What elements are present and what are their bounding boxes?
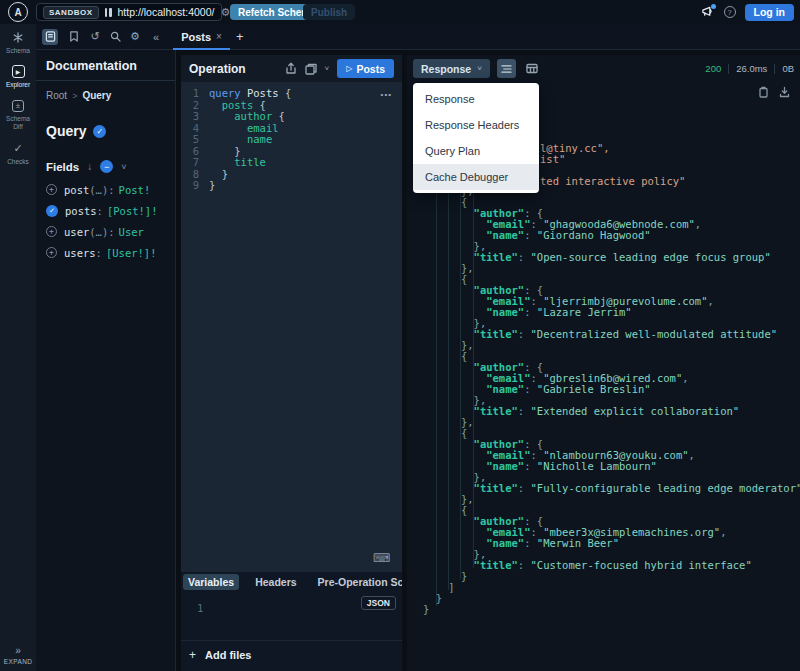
sandbox-badge: SANDBOX bbox=[43, 6, 99, 19]
chevron-down-icon: ˅ bbox=[477, 64, 482, 73]
response-view-selector[interactable]: Response ˅ bbox=[413, 59, 490, 78]
tab-variables[interactable]: Variables bbox=[183, 574, 239, 590]
type-heading: Query bbox=[46, 123, 86, 139]
response-size: 0B bbox=[782, 63, 794, 74]
field-row-users[interactable]: + users:[User!]! bbox=[36, 242, 175, 263]
line-options-kebab-icon[interactable]: ••• bbox=[381, 90, 392, 99]
sidebar-item-schema[interactable]: Schema bbox=[0, 30, 36, 55]
field-selected-check-icon[interactable]: ✓ bbox=[46, 205, 58, 217]
operation-bottom-tabs: Variables Headers Pre-Operation Script P… bbox=[181, 574, 402, 590]
apollo-sandbox-window: A SANDBOX http://localhost:4000/ ⚙ Refet… bbox=[0, 0, 800, 671]
field-row-user[interactable]: + user(…):User bbox=[36, 221, 175, 242]
publish-button[interactable]: Publish bbox=[303, 4, 355, 20]
schema-diff-icon: ± bbox=[12, 98, 24, 113]
breadcrumb-root[interactable]: Root bbox=[46, 90, 67, 101]
new-tab-button[interactable]: + bbox=[236, 29, 244, 44]
fields-header-row: Fields ↓ − ˅ bbox=[36, 139, 175, 179]
tab-pre-operation-script[interactable]: Pre-Operation Script bbox=[313, 574, 402, 590]
documentation-panel: Documentation Root > Query Query ✓ Field… bbox=[36, 50, 176, 671]
field-row-posts[interactable]: ✓ posts:[Post!]! bbox=[36, 200, 175, 221]
sort-arrow-icon[interactable]: ↓ bbox=[87, 161, 92, 172]
operation-title: Operation bbox=[189, 62, 246, 76]
operation-collection-icon[interactable] bbox=[305, 63, 317, 75]
response-status: 200 26.0ms 0B bbox=[705, 63, 794, 74]
field-row-post[interactable]: + post(…):Post! bbox=[36, 179, 175, 200]
add-files-button[interactable]: + Add files bbox=[189, 648, 251, 662]
active-tab-underline bbox=[173, 48, 230, 50]
operation-header: Operation ˅ ▷ Posts bbox=[181, 55, 402, 82]
filter-minus-icon[interactable]: − bbox=[100, 160, 113, 173]
add-field-icon[interactable]: + bbox=[46, 226, 57, 237]
history-icon[interactable]: ↺ bbox=[87, 29, 103, 45]
checks-icon: ✓ bbox=[13, 141, 22, 156]
run-operation-button[interactable]: ▷ Posts bbox=[337, 59, 394, 78]
menu-item-response[interactable]: Response bbox=[413, 86, 539, 112]
download-response-icon[interactable] bbox=[779, 86, 790, 98]
schema-icon bbox=[12, 30, 24, 45]
status-code: 200 bbox=[705, 63, 721, 74]
type-selected-check-icon[interactable]: ✓ bbox=[93, 125, 106, 138]
explorer-toolbar: ↺ ⚙ « Posts × + bbox=[36, 24, 800, 50]
documentation-panel-icon[interactable] bbox=[42, 29, 58, 45]
help-icon[interactable]: ? bbox=[724, 6, 736, 18]
menu-item-cache-debugger[interactable]: Cache Debugger bbox=[413, 164, 539, 190]
endpoint-url[interactable]: http://localhost:4000/ bbox=[118, 6, 215, 18]
announcements-megaphone-icon[interactable] bbox=[701, 5, 715, 19]
breadcrumb-current: Query bbox=[82, 90, 111, 101]
settings-gear-icon[interactable]: ⚙ bbox=[127, 29, 143, 45]
tab-label: Posts bbox=[181, 31, 211, 43]
menu-item-response-headers[interactable]: Response Headers bbox=[413, 112, 539, 138]
plus-icon: + bbox=[189, 648, 196, 662]
fields-chevron-down-icon[interactable]: ˅ bbox=[121, 162, 126, 172]
variables-line-number: 1 bbox=[197, 602, 203, 614]
pause-icon[interactable] bbox=[105, 8, 112, 17]
login-button[interactable]: Log in bbox=[745, 4, 795, 21]
search-icon[interactable] bbox=[107, 29, 123, 45]
response-view-menu: ResponseResponse HeadersQuery PlanCache … bbox=[413, 83, 539, 193]
menu-item-query-plan[interactable]: Query Plan bbox=[413, 138, 539, 164]
connection-settings-gear-icon[interactable]: ⚙ bbox=[220, 7, 230, 18]
fields-heading: Fields bbox=[46, 161, 79, 173]
left-nav-rail: Schema ▶ Explorer ± Schema Diff ✓ Checks… bbox=[0, 24, 36, 671]
obscured-json-fragment: ist" bbox=[540, 153, 565, 165]
table-view-icon[interactable] bbox=[523, 59, 542, 78]
notification-dot bbox=[711, 4, 716, 9]
top-bar: A SANDBOX http://localhost:4000/ ⚙ Refet… bbox=[0, 0, 800, 24]
expand-sidebar-button[interactable]: » EXPAND bbox=[0, 645, 36, 665]
type-heading-row: Query ✓ bbox=[36, 101, 175, 139]
documentation-title: Documentation bbox=[36, 50, 175, 81]
divider bbox=[181, 640, 402, 641]
response-duration: 26.0ms bbox=[736, 63, 767, 74]
tab-close-icon[interactable]: × bbox=[216, 31, 222, 42]
apollo-logo-icon[interactable]: A bbox=[8, 2, 28, 22]
breadcrumb-separator-icon: > bbox=[72, 91, 77, 101]
sidebar-item-checks[interactable]: ✓ Checks bbox=[0, 141, 36, 166]
run-options-chevron-icon[interactable]: ˅ bbox=[325, 64, 330, 73]
explorer-icon: ▶ bbox=[12, 64, 25, 79]
json-mode-badge[interactable]: JSON bbox=[361, 596, 396, 610]
response-panel: Response ˅ 200 26.0ms 0B ResponseRespons… bbox=[407, 55, 800, 671]
play-icon: ▷ bbox=[346, 64, 352, 73]
share-icon[interactable] bbox=[285, 62, 297, 75]
sidebar-item-schema-diff[interactable]: ± Schema Diff bbox=[0, 98, 36, 131]
operation-editor[interactable]: 1query Posts {2 posts {3 author {4 email… bbox=[181, 82, 402, 572]
endpoint-url-bar[interactable]: SANDBOX http://localhost:4000/ ⚙ bbox=[36, 3, 222, 21]
top-right-actions: ? Log in bbox=[701, 0, 795, 24]
operation-panel: Operation ˅ ▷ Posts 1query Posts {2 post… bbox=[181, 55, 402, 671]
response-actions bbox=[758, 86, 790, 98]
tab-headers[interactable]: Headers bbox=[250, 574, 301, 590]
expand-icon: » bbox=[15, 645, 21, 656]
breadcrumb: Root > Query bbox=[36, 81, 175, 101]
response-json-viewer[interactable]: }, { "author": { "email": "ghagwooda6@we… bbox=[423, 186, 800, 615]
operation-code: 1query Posts {2 posts {3 author {4 email… bbox=[181, 88, 402, 192]
saved-operations-bookmark-icon[interactable] bbox=[66, 29, 82, 45]
format-lines-icon[interactable] bbox=[497, 59, 516, 78]
keyboard-shortcuts-icon[interactable]: ⌨ bbox=[373, 551, 390, 565]
collapse-panel-icon[interactable]: « bbox=[153, 31, 159, 43]
response-header: Response ˅ 200 26.0ms 0B ResponseRespons… bbox=[407, 55, 800, 82]
sidebar-item-explorer[interactable]: ▶ Explorer bbox=[0, 64, 36, 89]
tab-posts[interactable]: Posts × bbox=[173, 24, 230, 50]
add-field-icon[interactable]: + bbox=[46, 184, 57, 195]
add-field-icon[interactable]: + bbox=[46, 247, 57, 258]
copy-response-icon[interactable] bbox=[758, 86, 769, 98]
